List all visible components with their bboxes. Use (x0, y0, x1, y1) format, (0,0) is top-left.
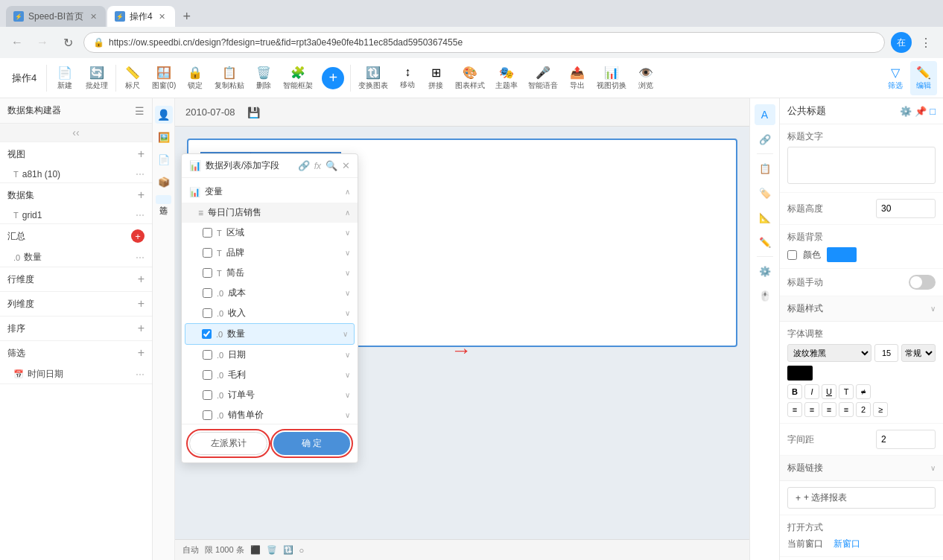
toolbar-btn-lock[interactable]: 🔒 锁定 (182, 61, 209, 95)
back-btn[interactable]: ← (7, 33, 27, 52)
menu-btn[interactable]: ⋮ (916, 33, 936, 52)
status-refresh-icon[interactable]: 🔃 (283, 545, 293, 555)
rsp-icon-4[interactable]: 🏷️ (755, 182, 775, 203)
status-delete-icon[interactable]: 🗑️ (267, 545, 277, 555)
sort-add-icon[interactable]: + (138, 322, 145, 335)
open-method-current[interactable]: 当前窗口 (787, 538, 823, 550)
dataset-add-icon[interactable]: + (138, 188, 145, 202)
field-item-shuliang[interactable]: .0 数量 ∨ (185, 323, 355, 345)
sidebar-section-rowdim-header[interactable]: 行维度 + (0, 267, 152, 291)
field-item-shouru[interactable]: .0 收入 ∨ (182, 303, 358, 323)
sidebar-section-coldim-header[interactable]: 列维度 + (0, 292, 152, 316)
rsp-icon-6[interactable]: ✏️ (755, 232, 775, 252)
field-checkbox-shouru[interactable] (203, 308, 212, 318)
align-btn-5[interactable]: 2 (856, 402, 871, 417)
dataset-item-1[interactable]: T grid1 ⋯ (0, 207, 152, 223)
toolbar-btn-export[interactable]: 📤 导出 (564, 61, 591, 95)
fmt-btn-t[interactable]: T (839, 384, 854, 399)
toolbar-btn-ruler[interactable]: 📏 标尺 (119, 61, 146, 95)
toolbar-btn-tablestyle[interactable]: 🎨 图表样式 (451, 61, 489, 95)
tab-add[interactable]: + (177, 6, 197, 27)
rowdim-add-icon[interactable]: + (138, 273, 145, 286)
forward-btn[interactable]: → (33, 33, 52, 52)
field-checkbox-pinpai[interactable] (203, 248, 212, 258)
field-item-xsdj[interactable]: .0 销售单价 ∨ (182, 405, 358, 424)
dialog-cancel-btn[interactable]: 左派累计 (189, 432, 267, 455)
toolbar-btn-new[interactable]: 📄 新建 (50, 61, 80, 95)
title-bg-color-swatch[interactable] (827, 247, 857, 262)
toolbar-btn-viewswitch[interactable]: 📊 视图切换 (592, 61, 631, 95)
rsp-icon-5[interactable]: 📐 (755, 207, 775, 228)
align-btn-2[interactable]: ≡ (804, 402, 819, 417)
right-panel-settings-icon[interactable]: ⚙️ (900, 106, 912, 117)
filter-item-more-icon[interactable]: ⋯ (136, 369, 145, 380)
rsp-icon-2[interactable]: 🔗 (755, 129, 775, 150)
sidebar-section-agg-header[interactable]: 汇总 + (0, 224, 152, 248)
data-builder-menu-icon[interactable]: ☰ (135, 105, 145, 117)
vnav-image-btn[interactable]: 🖼️ (155, 128, 173, 146)
status-grid-icon[interactable]: ⬛ (250, 545, 261, 555)
field-item-pinpai[interactable]: T 品牌 ∨ (182, 243, 358, 263)
dialog-confirm-btn[interactable]: 确 定 (273, 432, 350, 455)
char-spacing-input[interactable] (876, 430, 936, 449)
align-btn-6[interactable]: ≥ (873, 402, 888, 417)
font-size-input[interactable] (874, 344, 898, 362)
right-panel-pin-icon[interactable]: 📌 (915, 106, 927, 117)
field-item-riqi[interactable]: .0 日期 ∨ (182, 345, 358, 365)
title-text-input[interactable] (787, 147, 936, 184)
sidebar-section-sort-header[interactable]: 排序 + (0, 316, 152, 340)
font-family-select[interactable]: 波纹雅黑 (787, 344, 871, 362)
toolbar-btn-transform[interactable]: 🔃 变换图表 (354, 61, 393, 95)
view-item-1[interactable]: T a81h (10) ⋯ (0, 166, 152, 182)
reload-btn[interactable]: ↻ (58, 33, 77, 52)
field-checkbox-xsdj[interactable] (203, 410, 212, 420)
title-link-header[interactable]: 标题链接 ∨ (780, 456, 943, 481)
toolbar-add-btn[interactable]: + (322, 67, 344, 89)
field-item-ddh[interactable]: .0 订单号 ∨ (182, 385, 358, 405)
toolbar-btn-smart[interactable]: 🧩 智能框架 (279, 61, 317, 95)
vnav-doc-btn[interactable]: 📄 (155, 150, 173, 168)
sidebar-section-filter-header[interactable]: 筛选 + (0, 341, 152, 365)
tab1-close[interactable]: ✕ (88, 11, 98, 22)
agg-item-1[interactable]: .0 数量 ⋯ (0, 248, 152, 267)
align-btn-3[interactable]: ≡ (822, 402, 836, 417)
title-manual-toggle[interactable] (909, 275, 936, 290)
tab-2[interactable]: ⚡ 操作4 ✕ (107, 6, 175, 27)
align-btn-1[interactable]: ≡ (787, 402, 802, 417)
field-subgroup[interactable]: ≡ 每日门店销售 ∧ (182, 203, 358, 223)
dialog-search-icon[interactable]: 🔍 (326, 160, 337, 171)
field-item-quyu[interactable]: T 区域 ∨ (182, 223, 358, 243)
field-checkbox-shuliang[interactable] (202, 329, 212, 339)
coldim-add-icon[interactable]: + (138, 297, 145, 311)
field-checkbox-ddh[interactable] (203, 390, 212, 400)
sidebar-collapse-btn[interactable]: ‹‹ (0, 124, 152, 142)
toolbar-btn-voice[interactable]: 🎤 智能语音 (524, 61, 562, 95)
field-group-bianl[interactable]: 📊 变量 ∧ (182, 181, 358, 203)
field-checkbox-jianyue[interactable] (203, 268, 212, 278)
toolbar-btn-theme[interactable]: 🎭 主题率 (491, 61, 522, 95)
toolbar-btn-copy[interactable]: 📋 复制粘贴 (210, 61, 249, 95)
dialog-close-icon[interactable]: ✕ (342, 160, 350, 171)
field-checkbox-chengben[interactable] (203, 288, 212, 298)
field-checkbox-maoli[interactable] (203, 370, 212, 380)
vnav-box-btn[interactable]: 📦 (155, 173, 173, 191)
agg-item-more-icon[interactable]: ⋯ (136, 252, 145, 263)
title-style-header[interactable]: 标题样式 ∨ (780, 296, 943, 322)
status-circle-icon[interactable]: ○ (299, 546, 305, 555)
font-color-swatch[interactable] (787, 366, 813, 381)
sidebar-section-view-header[interactable]: 视图 + (0, 142, 152, 166)
toolbar-btn-move[interactable]: ↕️ 移动 (394, 61, 421, 95)
fmt-btn-underline[interactable]: U (822, 384, 836, 399)
view-add-icon[interactable]: + (138, 147, 145, 161)
align-btn-4[interactable]: ≡ (839, 402, 854, 417)
dialog-link-icon[interactable]: 🔗 (298, 160, 310, 171)
fmt-btn-strikethrough[interactable]: ≠ (856, 384, 871, 399)
rsp-icon-8[interactable]: 🖱️ (755, 285, 775, 306)
title-height-input[interactable] (876, 199, 936, 218)
filter-item-1[interactable]: 📅 时间日期 ⋯ (0, 365, 152, 384)
toolbar-btn-merge[interactable]: ⊞ 拼接 (422, 61, 449, 95)
url-bar[interactable]: 🔒 https://ow.speedbi.cn/design?fdesign=t… (83, 32, 885, 53)
user-avatar[interactable]: 在 (891, 32, 912, 53)
toolbar-btn-window[interactable]: 🪟 图窗(0) (147, 61, 180, 95)
title-bg-checkbox[interactable] (787, 250, 797, 260)
